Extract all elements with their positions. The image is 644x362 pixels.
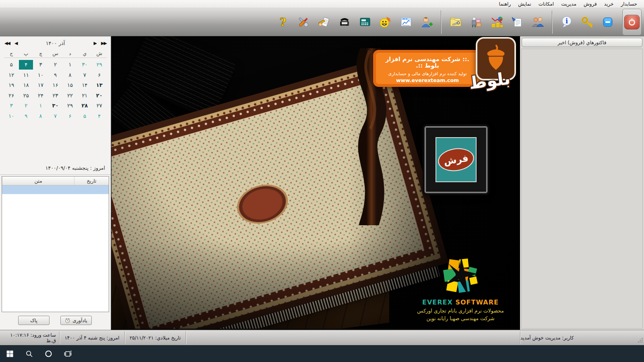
calendar-day[interactable]: ۱: [63, 60, 77, 70]
status-user: کاربر: مدیریت خوش آمدید: [520, 331, 644, 344]
calendar-day[interactable]: ۲: [48, 60, 62, 70]
calendar-day[interactable]: ۱: [34, 101, 47, 111]
info-button[interactable]: i: [558, 11, 575, 33]
table-row[interactable]: [2, 185, 109, 194]
calendar-day[interactable]: ۵: [4, 60, 18, 70]
calendar-day[interactable]: ۲۴: [34, 91, 47, 101]
everex-name-secondary: SOFTWARE: [455, 298, 499, 306]
clear-button[interactable]: پاک: [18, 316, 50, 325]
resize-grip-icon[interactable]: [638, 337, 643, 344]
power-button[interactable]: [624, 15, 640, 29]
calendar-day[interactable]: ۸: [63, 70, 77, 80]
calendar-day[interactable]: ۲۹: [63, 101, 77, 111]
menu-item-modiriat[interactable]: مدیریت: [557, 0, 580, 8]
calendar-day[interactable]: ۲۲: [63, 91, 77, 101]
calendar-day[interactable]: ۳۰: [78, 60, 91, 70]
add-user-button[interactable]: [418, 11, 435, 33]
reminder-button-label: یادآوری: [72, 318, 87, 323]
calendar-day[interactable]: ۱۲: [4, 70, 18, 80]
report-coins-button[interactable]: [488, 11, 505, 33]
calendar-day[interactable]: ۱۶: [48, 80, 62, 90]
calendar-day[interactable]: ۲۶: [4, 91, 18, 101]
delivery-button[interactable]: [468, 11, 485, 33]
search-button[interactable]: [19, 345, 39, 362]
recent-invoices-list: [521, 49, 643, 329]
reminder-button[interactable]: یادآوری: [60, 316, 92, 325]
calendar-day[interactable]: ۹: [48, 70, 62, 80]
calendar-day[interactable]: ۷: [48, 111, 62, 121]
calendar-day[interactable]: ۱۳: [93, 80, 106, 90]
toolbar-groups: ?i: [275, 10, 616, 34]
calendar-day[interactable]: ۱۴: [78, 80, 91, 90]
calendar-day[interactable]: ۳: [4, 101, 18, 111]
start-button[interactable]: [0, 345, 19, 362]
everex-mosaic-icon: [435, 257, 486, 296]
calendar-day[interactable]: ۲۸: [78, 101, 91, 111]
calendar-day[interactable]: ۱۷: [34, 80, 47, 90]
menu-item-hesabdar[interactable]: حسابدار: [617, 0, 641, 8]
farsh-logo-frame: فرش: [425, 126, 487, 193]
menu-item-namayesh[interactable]: نمایش: [514, 0, 535, 8]
calendar-day[interactable]: ۵: [78, 111, 91, 121]
key-button[interactable]: [579, 11, 596, 33]
toolbar-separator: [441, 10, 442, 34]
cortana-button[interactable]: [39, 345, 58, 362]
write-button[interactable]: [316, 11, 332, 33]
chart-screen-button[interactable]: [398, 11, 415, 33]
cortana-icon: [44, 350, 53, 358]
calendar-day[interactable]: ۲۰: [93, 91, 106, 101]
calendar-day[interactable]: ۶: [93, 70, 106, 80]
alarm-clock-icon: [65, 318, 70, 323]
calendar-day[interactable]: ۲۳: [48, 91, 62, 101]
menu-item-kharid[interactable]: خرید: [601, 0, 617, 8]
calendar-day-selected[interactable]: ۴: [19, 60, 33, 70]
next-button[interactable]: ▶: [93, 41, 97, 46]
calendar-day[interactable]: ۹: [19, 111, 33, 121]
status-segments: ساعت ورود: ۱۰:۱۷:۱۶ ق.ظامروز: پنج شنبه ۴…: [0, 331, 186, 344]
recent-invoices-header[interactable]: فاکتورهاي (فروش) اخیر: [522, 38, 642, 47]
people-button[interactable]: [529, 11, 546, 33]
minimize-icon: [601, 16, 614, 29]
start-icon: [6, 350, 14, 358]
calendar-day[interactable]: ۳۰: [48, 101, 62, 111]
calendar-day[interactable]: ۱۰: [34, 70, 47, 80]
menu-item-rahnama[interactable]: راهنما: [495, 0, 515, 8]
folder-tools-button[interactable]: [447, 11, 464, 33]
prev-fast-button[interactable]: ◀◀: [3, 41, 11, 46]
calendar-day[interactable]: ۴: [93, 111, 106, 121]
document-hand-button[interactable]: [509, 11, 526, 33]
chart-screen-icon: [400, 16, 413, 29]
calendar-day[interactable]: ۸: [34, 111, 47, 121]
fax-button[interactable]: [336, 11, 353, 33]
smiley-button[interactable]: [377, 11, 394, 33]
banner-url: www.everexteam.com: [382, 77, 473, 83]
task-view-button[interactable]: [58, 345, 77, 362]
calendar-day[interactable]: ۱۱: [19, 70, 33, 80]
calendar-day[interactable]: ۲۹: [93, 60, 106, 70]
calendar-panel: ◀◀ ◀ آذر ۱۴۰۰ ▶ ▶▶ شيدسچپج ۲۹۳۰۱۲۳۴۵۶۷۸۹…: [0, 36, 111, 330]
help-button[interactable]: ?: [275, 11, 291, 33]
calendar-day[interactable]: ۱۸: [19, 80, 33, 90]
calendar-day[interactable]: ۲۵: [19, 91, 33, 101]
search-icon: [25, 350, 33, 358]
calendar-day[interactable]: ۱۹: [4, 80, 18, 90]
menu-item-emkanat[interactable]: امکانات: [535, 0, 557, 8]
report-coins-icon: [490, 16, 503, 29]
prev-button[interactable]: ◀: [13, 41, 18, 46]
calendar-day[interactable]: ۱۰: [4, 111, 18, 121]
calculator-button[interactable]: [357, 11, 374, 33]
power-icon: [627, 17, 637, 27]
document-hand-icon: [511, 16, 524, 29]
menu-item-foroosh[interactable]: فروش: [580, 0, 601, 8]
status-login-time: ساعت ورود: ۱۰:۱۷:۱۶ ق.ظ: [0, 331, 60, 344]
calendar-day[interactable]: ۷: [78, 70, 91, 80]
calendar-day[interactable]: ۲۱: [78, 91, 91, 101]
minimize-button[interactable]: [599, 11, 616, 33]
tools-button[interactable]: [295, 11, 312, 33]
next-fast-button[interactable]: ▶▶: [100, 41, 107, 46]
calendar-day[interactable]: ۶: [63, 111, 77, 121]
calendar-day[interactable]: ۲۷: [93, 101, 106, 111]
calendar-day[interactable]: ۳: [34, 60, 47, 70]
calendar-day[interactable]: ۲: [19, 101, 33, 111]
calendar-day[interactable]: ۱۵: [63, 80, 77, 90]
